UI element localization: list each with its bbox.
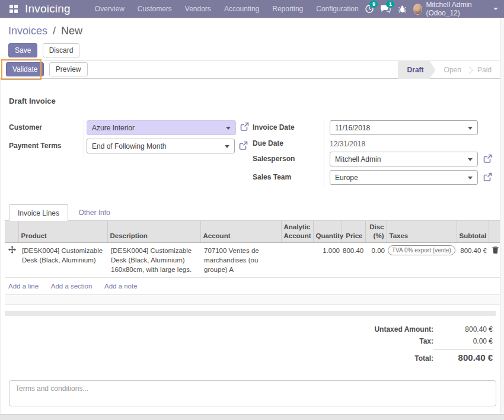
stage-paid[interactable]: Paid <box>469 61 500 79</box>
invoice-lines-table: Product Description Account Analytic Acc… <box>5 221 500 305</box>
add-a-line-link[interactable]: Add a line <box>8 283 39 290</box>
customer-external-link-icon[interactable] <box>240 121 250 132</box>
untaxed-amount-value: 800.40 € <box>433 325 493 334</box>
discard-button[interactable]: Discard <box>43 43 80 57</box>
stage-draft[interactable]: Draft <box>398 61 436 79</box>
messages-icon[interactable]: 1 <box>380 3 391 15</box>
apps-menu-icon[interactable] <box>9 5 18 13</box>
nav-item-reporting[interactable]: Reporting <box>267 0 308 18</box>
description-cell[interactable]: [DESK0004] Customizable Desk (Black, Alu… <box>107 242 200 277</box>
terms-and-conditions-input[interactable] <box>9 380 496 406</box>
tab-invoice-lines[interactable]: Invoice Lines <box>9 204 68 222</box>
col-discount: Disc (%) <box>365 221 387 242</box>
col-product: Product <box>18 221 107 242</box>
total-value: 800.40 € <box>433 349 493 363</box>
right-group-divider <box>324 119 324 189</box>
tax-label: Tax: <box>419 337 433 345</box>
user-menu[interactable]: Mitchell Admin (Odoo_12) <box>413 1 498 17</box>
select-caret-icon <box>226 127 231 130</box>
delete-line-icon[interactable] <box>489 242 500 277</box>
untaxed-amount-label: Untaxed Amount: <box>374 325 433 334</box>
breadcrumb-invoices-link[interactable]: Invoices <box>8 25 47 37</box>
sales-team-value: Europe <box>335 174 358 182</box>
product-cell[interactable]: [DESK0004] Customizable Desk (Black, Alu… <box>18 242 107 277</box>
col-handle <box>5 221 18 242</box>
vertical-scrollbar-track[interactable] <box>500 18 504 414</box>
messages-badge: 1 <box>386 1 394 8</box>
top-navbar: Invoicing Overview Customers Vendors Acc… <box>0 0 504 18</box>
payment-terms-value: End of Following Month <box>92 142 166 150</box>
invoice-line-row: [DESK0004] Customizable Desk (Black, Alu… <box>5 242 500 277</box>
subtotal-cell: 800.40 € <box>457 242 489 277</box>
col-delete <box>489 221 500 242</box>
nav-item-customers[interactable]: Customers <box>132 0 177 18</box>
app-name[interactable]: Invoicing <box>25 2 71 15</box>
table-header-row: Product Description Account Analytic Acc… <box>5 221 500 242</box>
nav-item-configuration[interactable]: Configuration <box>311 0 363 18</box>
tax-tag[interactable]: TVA 0% export (vente) <box>388 245 455 255</box>
left-group-divider <box>84 119 84 158</box>
invoice-date-label: Invoice Date <box>253 123 295 132</box>
preview-button[interactable]: Preview <box>49 62 88 76</box>
breadcrumb: Invoices / New <box>8 25 500 37</box>
status-widget: Draft Open Paid <box>398 61 500 79</box>
add-a-note-link[interactable]: Add a note <box>104 283 138 290</box>
nav-item-vendors[interactable]: Vendors <box>180 0 216 18</box>
drag-handle-icon[interactable] <box>5 242 18 277</box>
control-panel: Invoices / New Save Discard <box>0 18 500 60</box>
user-name: Mitchell Admin (Odoo_12) <box>426 1 490 17</box>
tax-value: 0.00 € <box>433 337 493 345</box>
add-a-section-link[interactable]: Add a section <box>51 283 92 290</box>
table-footer-links-row: Add a line Add a section Add a note <box>5 278 500 295</box>
form-sheet: Draft Invoice Customer Azure Interior Pa… <box>0 79 500 414</box>
select-caret-icon <box>468 177 473 179</box>
salesperson-value: Mitchell Admin <box>335 155 381 163</box>
quantity-cell[interactable]: 1.000 <box>313 242 342 277</box>
payment-terms-label: Payment Terms <box>9 142 61 150</box>
select-caret-icon <box>225 145 229 148</box>
save-button[interactable]: Save <box>8 43 37 57</box>
sheet-title: Draft Invoice <box>9 97 56 105</box>
salesperson-select[interactable]: Mitchell Admin <box>330 152 478 166</box>
notebook-tabs: Invoice Lines Other Info <box>5 204 500 221</box>
payment-terms-select[interactable]: End of Following Month <box>87 139 235 153</box>
breadcrumb-separator: / <box>50 25 58 37</box>
payment-terms-external-link-icon[interactable] <box>238 140 248 150</box>
activity-badge: 9 <box>369 1 378 8</box>
select-caret-icon <box>468 158 473 161</box>
customer-label: Customer <box>9 123 42 132</box>
activity-clock-icon[interactable]: 9 <box>364 3 375 15</box>
salesperson-external-link-icon[interactable] <box>483 153 493 163</box>
select-caret-icon <box>468 127 473 130</box>
sales-team-external-link-icon[interactable] <box>483 172 493 182</box>
section-separator <box>5 311 496 316</box>
tab-other-info[interactable]: Other Info <box>70 204 118 221</box>
col-subtotal: Subtotal <box>457 221 489 242</box>
bottom-status-bar <box>0 414 504 420</box>
invoice-date-value: 11/16/2018 <box>335 124 370 132</box>
discount-cell[interactable]: 0.00 <box>365 242 387 277</box>
main-menu: Overview Customers Vendors Accounting Re… <box>90 0 364 18</box>
customer-select[interactable]: Azure Interior <box>87 120 236 135</box>
nav-item-accounting[interactable]: Accounting <box>219 0 264 18</box>
salesperson-label: Salesperson <box>253 155 295 163</box>
analytic-account-cell[interactable] <box>281 242 313 277</box>
col-description: Description <box>107 221 200 242</box>
invoice-date-field[interactable]: 11/16/2018 <box>330 120 478 135</box>
price-cell[interactable]: 800.40 <box>342 242 365 277</box>
breadcrumb-current: New <box>61 25 82 37</box>
stage-open[interactable]: Open <box>436 61 470 79</box>
col-quantity: Quantity <box>313 221 342 242</box>
nav-item-overview[interactable]: Overview <box>90 0 130 18</box>
total-label: Total: <box>414 354 433 363</box>
taxes-cell: TVA 0% export (vente) <box>387 242 457 277</box>
col-analytic-account: Analytic Account <box>281 221 313 242</box>
due-date-label: Due Date <box>253 139 283 148</box>
validate-button[interactable]: Validate <box>6 62 44 76</box>
debug-bug-icon[interactable] <box>397 3 407 15</box>
sales-team-select[interactable]: Europe <box>330 170 478 185</box>
empty-stripe-row <box>5 295 500 305</box>
caret-down-icon <box>493 8 498 10</box>
account-cell[interactable]: 707100 Ventes de marchandises (ou groupe… <box>200 242 281 277</box>
col-account: Account <box>200 221 281 242</box>
